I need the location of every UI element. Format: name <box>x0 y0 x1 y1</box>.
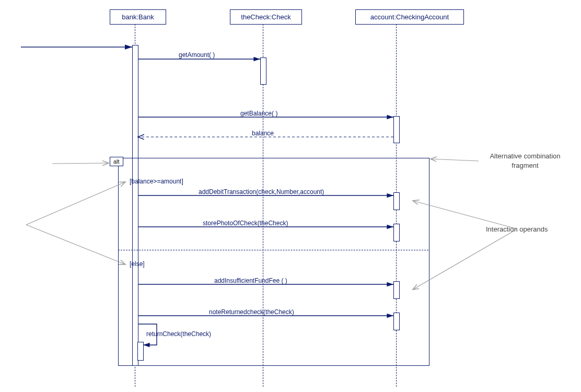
annotation-alt-fragment: Alternative combination fragment <box>481 152 570 170</box>
annotation-pointer-guard1 <box>26 182 125 225</box>
msg-adddebit: addDebitTransaction(check,Number,account… <box>199 188 324 195</box>
msg-addfee: addInsufficientFundFee ( ) <box>214 277 287 284</box>
participant-check-label: theCheck:Check <box>241 13 290 21</box>
alt-operator-label: alt <box>113 158 120 165</box>
annotation-interaction-operands: Interaction operands <box>486 225 580 234</box>
msg-balance: balance <box>252 130 274 137</box>
participant-account-label: account:CheckingAccount <box>370 13 449 21</box>
participant-check: theCheck:Check <box>230 9 302 25</box>
participant-bank-label: bank:Bank <box>122 13 154 21</box>
participant-bank: bank:Bank <box>110 9 166 25</box>
activation-account-getbalance <box>393 116 400 143</box>
guard-else: [else] <box>130 260 145 268</box>
alt-operator-tab: alt <box>110 157 123 166</box>
annotation-pointer-alt-left <box>52 163 109 164</box>
msg-notereturned: noteReturnedcheck(theCheck) <box>209 308 294 316</box>
annotation-pointer-alt-right <box>431 159 479 161</box>
sequence-diagram-canvas: bank:Bank theCheck:Check account:Checkin… <box>0 0 581 392</box>
participant-account: account:CheckingAccount <box>355 9 464 25</box>
msg-getamount: getAmount( ) <box>179 51 215 59</box>
msg-storephoto: storePhotoOfCheck(theCheck) <box>203 220 288 227</box>
alt-operand-separator <box>118 250 428 250</box>
activation-check-getamount <box>260 57 266 85</box>
annotation-pointer-guard2 <box>26 225 125 264</box>
msg-returncheck: returnCheck(theCheck) <box>146 330 211 338</box>
msg-getbalance: getBalance( ) <box>240 110 277 117</box>
guard-balance-ge-amount: [balance>=amount] <box>130 178 183 185</box>
